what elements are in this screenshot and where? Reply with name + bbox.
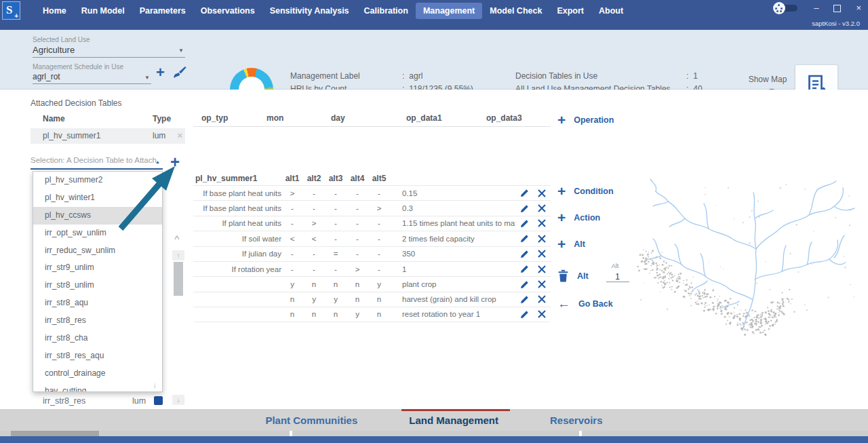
pencil-icon xyxy=(520,310,529,319)
dropdown-item[interactable]: pl_hv_summer2 xyxy=(33,172,162,189)
delete-row-button[interactable] xyxy=(533,277,551,291)
table-row: If julian day --=-- 350 xyxy=(193,246,551,261)
condition-value: reset rotation to year 1 xyxy=(390,310,515,318)
delete-row-button[interactable] xyxy=(533,232,551,246)
row-type: lum xyxy=(132,396,146,406)
alt-column-header: alt2 xyxy=(303,174,325,183)
delete-row-button[interactable] xyxy=(533,292,551,306)
alt-value: - xyxy=(347,235,368,243)
decision-table-body: If base plant heat units >---- 0.15 xyxy=(193,185,551,322)
alt-value: - xyxy=(325,235,347,243)
nav-item[interactable]: Home xyxy=(35,3,74,19)
table-row: If base plant heat units >---- 0.15 xyxy=(193,185,551,200)
alt-value: - xyxy=(347,204,368,212)
scrollbar-thumb[interactable] xyxy=(174,262,183,296)
alt-value: - xyxy=(325,219,347,227)
tab-item[interactable]: Reservoirs xyxy=(545,415,608,426)
edit-row-button[interactable] xyxy=(515,187,533,200)
edit-row-button[interactable] xyxy=(515,216,533,230)
scroll-down-icon[interactable]: ↓ xyxy=(153,381,157,389)
dropdown-item[interactable]: pl_hv_winter1 xyxy=(33,189,162,207)
watershed-map xyxy=(627,171,865,337)
dropdown-item[interactable]: irr_str8_unlim xyxy=(33,277,162,294)
decision-table-select[interactable]: Selection: A Decision Table to Attach ▲ xyxy=(31,156,163,170)
clean-brush-icon[interactable] xyxy=(171,64,187,81)
maximize-button[interactable] xyxy=(833,5,841,12)
dropdown-item[interactable]: irr_str8_aqu xyxy=(33,294,162,312)
alt-value: - xyxy=(281,219,303,227)
edit-row-button[interactable] xyxy=(515,277,533,291)
nav-item[interactable]: About xyxy=(591,3,631,19)
edit-row-button[interactable] xyxy=(515,307,533,321)
pencil-icon xyxy=(520,219,529,228)
land-use-select[interactable]: Selected Land Use Agriculture ▼ xyxy=(33,36,185,58)
dropdown-item[interactable]: control_drainage xyxy=(33,365,162,383)
dropdown-item[interactable]: irr_str9_unlim xyxy=(33,259,162,277)
nav-item[interactable]: Model Check xyxy=(482,3,549,19)
alt-value: n xyxy=(368,310,390,318)
edit-row-button[interactable] xyxy=(515,292,533,306)
dropdown-item[interactable]: pl_hv_ccsws xyxy=(33,207,162,225)
table-row: ynnny plant crop xyxy=(193,276,551,291)
detach-icon[interactable]: × xyxy=(177,130,182,140)
scrollbar-thumb[interactable] xyxy=(11,431,99,436)
dropdown-item[interactable]: irr_str8_res xyxy=(33,312,162,330)
alt-number-input[interactable] xyxy=(606,272,629,282)
dropdown-item[interactable]: irr_reduc_sw_unlim xyxy=(33,242,162,260)
nav-item[interactable]: Parameters xyxy=(132,3,193,19)
dropdown-item[interactable]: irr_opt_sw_unlim xyxy=(33,225,162,242)
scrollbar-up-button[interactable]: ↑ xyxy=(172,250,184,261)
alt-column-header: alt4 xyxy=(347,174,368,183)
add-operation-button[interactable]: + Operation xyxy=(557,114,614,126)
info-label: Management Label xyxy=(290,71,397,81)
scrollbar-track[interactable] xyxy=(582,431,868,436)
arrow-left-icon: ← xyxy=(557,298,570,309)
trash-icon[interactable] xyxy=(557,269,569,282)
condition-value: 350 xyxy=(390,250,515,258)
edit-row-button[interactable] xyxy=(515,201,533,215)
condition-label: If base plant heat units xyxy=(193,189,281,197)
chevron-up-icon[interactable]: ^ xyxy=(174,233,180,244)
nav-item[interactable]: Observations xyxy=(193,3,262,19)
add-schedule-button[interactable]: + xyxy=(156,66,165,79)
edit-row-button[interactable] xyxy=(515,247,533,261)
edit-row-button[interactable] xyxy=(515,232,533,246)
tab-item[interactable]: Plant Communities xyxy=(260,415,363,426)
nav-item[interactable]: Management xyxy=(416,3,482,19)
main-content: Attached Decision Tables Name Type pl_hv… xyxy=(0,90,868,409)
alt-value: n xyxy=(303,310,325,318)
nav-item[interactable]: Export xyxy=(549,3,591,19)
pencil-icon xyxy=(520,234,529,243)
checkbox-checked[interactable] xyxy=(154,396,163,405)
table-row: If soil water <<--- 2 times field capaci… xyxy=(193,231,551,246)
scrollbar-track[interactable] xyxy=(292,431,579,436)
delete-row-button[interactable] xyxy=(533,307,551,321)
header-panel: Selected Land Use Agriculture ▼ Manageme… xyxy=(0,30,868,90)
minimize-button[interactable]: – xyxy=(814,3,818,14)
selection-placeholder: Selection: A Decision Table to Attach xyxy=(31,156,157,164)
tab-item[interactable]: Land Management xyxy=(403,415,504,426)
add-operation-label: Operation xyxy=(574,115,614,125)
delete-row-button[interactable] xyxy=(533,263,551,276)
attach-table-button[interactable]: + xyxy=(170,155,180,170)
dropdown-item[interactable]: hav_cutting xyxy=(33,383,162,392)
schedule-select[interactable]: Management Schedule in Use agrl_rot ▼ xyxy=(33,63,151,84)
theme-toggle[interactable] xyxy=(773,3,799,13)
nav-item[interactable]: Run Model xyxy=(74,3,132,19)
nav-item[interactable]: Sensitivity Analysis xyxy=(262,3,357,19)
dropdown-item[interactable]: irr_str8_cha xyxy=(33,330,162,347)
delete-row-button[interactable] xyxy=(533,247,551,261)
delete-row-button[interactable] xyxy=(533,216,551,230)
scrollbar-down-button[interactable]: ↓ xyxy=(172,395,184,405)
nav-item[interactable]: Calibration xyxy=(357,3,416,19)
alt-value: - xyxy=(368,265,390,273)
delete-row-button[interactable] xyxy=(533,201,551,215)
pencil-icon xyxy=(520,265,529,273)
condition-value: 1.15 times plant heat units to maturity xyxy=(390,219,515,227)
alt-value: > xyxy=(368,204,390,212)
edit-row-button[interactable] xyxy=(515,263,533,276)
delete-row-button[interactable] xyxy=(533,187,551,200)
dropdown-item[interactable]: irr_str8_res_aqu xyxy=(33,347,162,365)
close-button[interactable]: × xyxy=(856,3,861,14)
add-action-label: Action xyxy=(574,213,600,223)
